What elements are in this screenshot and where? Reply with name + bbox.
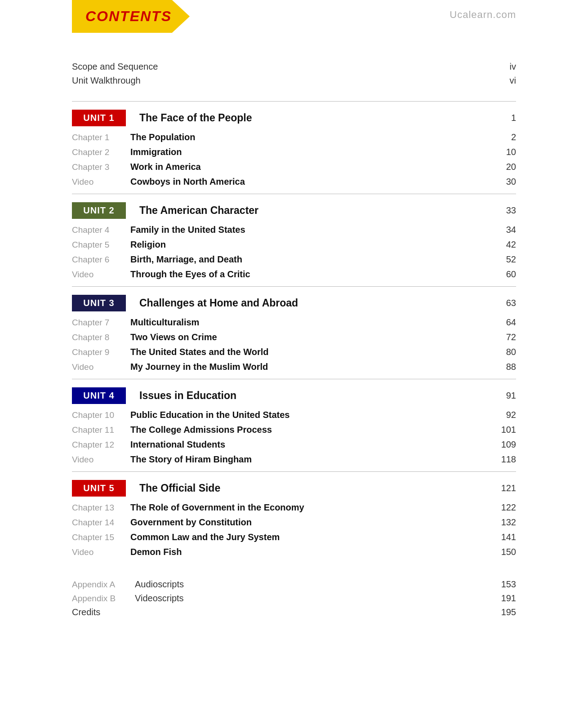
chapter-title: Immigration (130, 147, 489, 157)
chapter-label: Chapter 9 (72, 347, 130, 357)
unit-badge-1: UNIT 1 (72, 110, 126, 126)
list-item: Chapter 7Multiculturalism64 (72, 315, 516, 330)
prelim-row-walkthrough: Unit Walkthrough vi (72, 74, 516, 88)
list-item: Chapter 1The Population2 (72, 130, 516, 145)
list-item: Chapter 8Two Views on Crime72 (72, 330, 516, 345)
appendix-label: Appendix B (72, 594, 135, 604)
unit-section-4: UNIT 4Issues in Education91Chapter 10Pub… (72, 379, 516, 467)
chapter-page: 88 (489, 362, 516, 372)
unit-header-row-2: UNIT 2The American Character33 (72, 194, 516, 219)
chapter-page: 132 (489, 517, 516, 528)
chapter-page: 30 (489, 177, 516, 187)
unit-header-row-1: UNIT 1The Face of the People1 (72, 102, 516, 126)
chapter-page: 60 (489, 269, 516, 280)
list-item: Chapter 12International Students109 (72, 437, 516, 452)
chapter-page: 92 (489, 410, 516, 420)
list-item: VideoThrough the Eyes of a Critic60 (72, 267, 516, 282)
chapter-label: Video (72, 177, 130, 187)
chapter-page: 2 (489, 132, 516, 142)
chapter-title: Common Law and the Jury System (130, 532, 489, 542)
chapter-page: 109 (489, 439, 516, 450)
chapter-label: Chapter 2 (72, 147, 130, 157)
chapter-title: Two Views on Crime (130, 332, 489, 342)
appendix-row-1: Appendix BVideoscripts191 (72, 591, 516, 605)
list-item: VideoThe Story of Hiram Bingham118 (72, 452, 516, 467)
chapter-rows-2: Chapter 4Family in the United States34Ch… (72, 222, 516, 282)
chapter-title: Religion (130, 240, 489, 250)
chapter-page: 141 (489, 532, 516, 542)
unit-badge-5: UNIT 5 (72, 480, 126, 497)
unit-title-3: Challenges at Home and Abroad (139, 297, 489, 309)
scope-label: Scope and Sequence (72, 62, 158, 72)
chapter-title: Multiculturalism (130, 317, 489, 328)
chapter-label: Chapter 7 (72, 318, 130, 328)
chapter-page: 52 (489, 254, 516, 265)
appendix-title: Videoscripts (135, 593, 489, 604)
chapter-title: The Role of Government in the Economy (130, 502, 489, 513)
chapter-page: 20 (489, 162, 516, 172)
chapter-title: The Population (130, 132, 489, 142)
scope-page: iv (498, 62, 516, 72)
chapter-title: Cowboys in North America (130, 177, 489, 187)
header: CONTENTS Ucalearn.com (72, 0, 516, 33)
walkthrough-page: vi (498, 75, 516, 86)
unit-badge-text-2: UNIT 2 (83, 205, 114, 215)
unit-page-5: 121 (489, 483, 516, 493)
chapter-label: Video (72, 270, 130, 280)
chapter-label: Chapter 13 (72, 503, 130, 513)
chapter-title: Work in America (130, 162, 489, 172)
chapter-title: The Story of Hiram Bingham (130, 454, 489, 465)
unit-badge-2: UNIT 2 (72, 202, 126, 219)
unit-badge-text-1: UNIT 1 (83, 113, 114, 123)
chapter-label: Chapter 5 (72, 240, 130, 250)
chapter-page: 122 (489, 502, 516, 513)
chapter-label: Chapter 14 (72, 518, 130, 528)
appendix-row-0: Appendix AAudioscripts153 (72, 577, 516, 591)
chapter-page: 10 (489, 147, 516, 157)
unit-badge-text-5: UNIT 5 (83, 483, 114, 493)
units-container: UNIT 1The Face of the People1Chapter 1Th… (72, 101, 516, 559)
chapter-label: Chapter 1 (72, 133, 130, 142)
chapter-rows-5: Chapter 13The Role of Government in the … (72, 500, 516, 559)
chapter-title: The United States and the World (130, 347, 489, 357)
chapter-title: Through the Eyes of a Critic (130, 269, 489, 280)
unit-section-2: UNIT 2The American Character33Chapter 4F… (72, 194, 516, 282)
unit-page-4: 91 (489, 391, 516, 401)
appendix-label: Appendix A (72, 580, 135, 590)
chapter-rows-4: Chapter 10Public Education in the United… (72, 408, 516, 467)
list-item: Chapter 11The College Admissions Process… (72, 422, 516, 437)
unit-title-4: Issues in Education (139, 390, 489, 402)
chapter-label: Chapter 6 (72, 255, 130, 265)
chapter-title: The College Admissions Process (130, 425, 489, 435)
contents-badge: CONTENTS (72, 0, 190, 33)
appendix-section: Appendix AAudioscripts153Appendix BVideo… (72, 573, 516, 619)
chapter-page: 64 (489, 317, 516, 328)
list-item: Chapter 6Birth, Marriage, and Death52 (72, 252, 516, 267)
list-item: Chapter 2Immigration10 (72, 145, 516, 160)
chapter-title: International Students (130, 439, 489, 450)
unit-badge-4: UNIT 4 (72, 387, 126, 404)
list-item: Chapter 13The Role of Government in the … (72, 500, 516, 515)
list-item: Chapter 9The United States and the World… (72, 345, 516, 360)
chapter-title: Public Education in the United States (130, 410, 489, 420)
appendix-page: 153 (489, 579, 516, 590)
appendix-title: Audioscripts (135, 579, 489, 590)
prelim-section: Scope and Sequence iv Unit Walkthrough v… (72, 51, 516, 88)
contents-title: CONTENTS (85, 8, 172, 24)
credits-label: Credits (72, 607, 489, 617)
unit-header-row-4: UNIT 4Issues in Education91 (72, 379, 516, 404)
chapter-page: 150 (489, 547, 516, 557)
list-item: VideoDemon Fish150 (72, 545, 516, 559)
chapter-label: Chapter 10 (72, 410, 130, 420)
unit-header-row-3: UNIT 3Challenges at Home and Abroad63 (72, 287, 516, 311)
chapter-page: 80 (489, 347, 516, 357)
list-item: VideoMy Journey in the Muslim World88 (72, 360, 516, 374)
unit-page-3: 63 (489, 298, 516, 308)
unit-section-1: UNIT 1The Face of the People1Chapter 1Th… (72, 101, 516, 189)
list-item: Chapter 3Work in America20 (72, 160, 516, 174)
chapter-page: 34 (489, 225, 516, 235)
watermark: Ucalearn.com (450, 0, 516, 21)
unit-title-5: The Official Side (139, 482, 489, 494)
credits-row: Credits195 (72, 605, 516, 619)
unit-page-2: 33 (489, 205, 516, 216)
